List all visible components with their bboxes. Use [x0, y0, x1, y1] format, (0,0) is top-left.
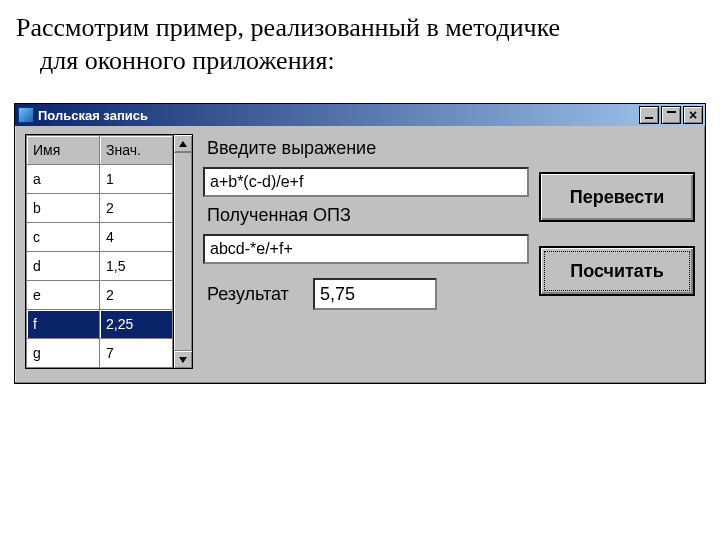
calculate-button[interactable]: Посчитать: [539, 246, 695, 296]
app-icon: [18, 107, 34, 123]
table-row[interactable]: g7: [27, 339, 173, 368]
table-row[interactable]: f2,25: [27, 310, 173, 339]
expression-input[interactable]: a+b*(c-d)/e+f: [203, 167, 529, 197]
variables-grid[interactable]: Имя Знач. a1 b2 c4 d1,5 e2 f2,25 g7: [25, 134, 193, 369]
table-row[interactable]: c4: [27, 223, 173, 252]
app-window: Польская запись Имя Знач. a1 b2 c4 d1,5: [14, 103, 706, 384]
grid-header-value: Знач.: [100, 136, 173, 165]
heading-line-1: Рассмотрим пример, реализованный в метод…: [16, 13, 560, 42]
scroll-down-button[interactable]: [174, 350, 192, 368]
window-titlebar[interactable]: Польская запись: [15, 104, 705, 126]
document-heading: Рассмотрим пример, реализованный в метод…: [0, 0, 720, 97]
table-row[interactable]: a1: [27, 165, 173, 194]
label-got-rpn: Полученная ОПЗ: [203, 203, 529, 228]
chevron-up-icon: [179, 141, 187, 147]
scroll-up-button[interactable]: [174, 135, 192, 153]
grid-scrollbar[interactable]: [173, 134, 193, 369]
minimize-button[interactable]: [639, 106, 659, 124]
rpn-output[interactable]: abcd-*e/+f+: [203, 234, 529, 264]
grid-header-name: Имя: [27, 136, 100, 165]
heading-line-2: для оконного приложения:: [16, 46, 335, 75]
close-button[interactable]: [683, 106, 703, 124]
maximize-button[interactable]: [661, 106, 681, 124]
window-title: Польская запись: [38, 108, 639, 123]
chevron-down-icon: [179, 357, 187, 363]
label-enter-expression: Введите выражение: [203, 136, 529, 161]
translate-button[interactable]: Перевести: [539, 172, 695, 222]
table-row[interactable]: b2: [27, 194, 173, 223]
label-result: Результат: [203, 282, 293, 307]
table-row[interactable]: d1,5: [27, 252, 173, 281]
table-row[interactable]: e2: [27, 281, 173, 310]
result-output: 5,75: [313, 278, 437, 310]
